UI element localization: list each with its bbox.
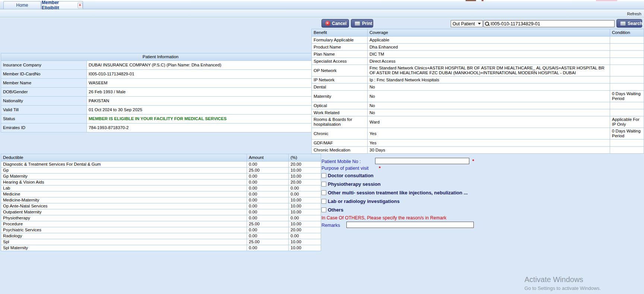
benefit-condition	[610, 65, 644, 76]
benefits-table: Benefit Coverage Condition Formulary App…	[311, 29, 644, 154]
purpose-option-row: Others	[321, 206, 468, 214]
deductible-service: Hearing & Vision Aids	[1, 179, 247, 185]
deductible-column-header: Deductible	[1, 154, 247, 162]
refresh-link[interactable]: Refresh	[627, 12, 641, 16]
deductible-row: Medicine 0.00 0.00	[1, 191, 321, 197]
visit-type-select[interactable]: Out Patient	[451, 20, 483, 27]
print-button[interactable]: Print	[351, 19, 373, 28]
benefit-row: Formulary Applicable Applicable	[312, 37, 644, 44]
benefit-row: OP Network Fmc Standard Network Clinics+…	[312, 65, 644, 76]
deductible-amount: 25.00	[247, 221, 289, 227]
patient-information-title: Patient Information	[1, 53, 320, 61]
member-eligibility-screen: Home Member Eligibilit x Refresh × Cance…	[0, 0, 644, 294]
benefit-coverage: No	[368, 109, 610, 116]
patient-mobile-label: Patient Mobile No :	[321, 159, 361, 164]
deductible-row: Psychiatric Services 0.00 20.00	[1, 227, 321, 233]
deductible-row: Diagnostic & Treatment Services For Dent…	[1, 162, 321, 168]
benefit-coverage: Direct Access	[368, 58, 610, 65]
benefit-condition	[610, 51, 644, 58]
watermark-subtitle: Go to Settings to activate Windows.	[524, 285, 601, 291]
purpose-option-label: Others	[328, 207, 343, 213]
benefit-name: OP Network	[312, 65, 368, 76]
benefit-coverage: No	[368, 91, 610, 102]
deductible-amount: 0.00	[247, 185, 289, 191]
deductible-percent: 10.00	[289, 221, 321, 227]
benefit-row: Plan Name DIC TM	[312, 51, 644, 58]
benefit-row: Chronic Yes 0 Days Waiting Period	[312, 128, 644, 140]
table-row: DOB/Gender 26 Feb 1993 / Male	[1, 88, 320, 97]
search-button-label: Search	[628, 21, 643, 26]
purpose-checkbox[interactable]	[321, 199, 326, 204]
benefit-condition	[610, 147, 644, 154]
tab-member-eligibility[interactable]: Member Eligibilit x	[41, 1, 83, 9]
search-button[interactable]: Search	[616, 19, 642, 28]
benefit-name: Formulary Applicable	[312, 37, 368, 44]
table-row: Status MEMBER IS ELIGIBLE IN YOUR FACILI…	[1, 115, 320, 123]
benefit-condition	[610, 44, 644, 51]
deductible-service: Spl Maternity	[1, 245, 247, 251]
deductible-service: Op Ante-Natal Services	[1, 203, 247, 209]
purpose-checkbox[interactable]	[321, 182, 326, 187]
deductible-service: Outpatient Maternity	[1, 209, 247, 215]
benefit-name: GDF/MAF	[312, 140, 368, 147]
purpose-checkbox[interactable]	[321, 207, 326, 212]
deductible-row: Spl Maternity 0.00 10.00	[1, 245, 321, 251]
benefit-coverage: DIC TM	[368, 51, 610, 58]
sub-toolbar	[0, 9, 644, 18]
condition-column-header: Condition	[610, 29, 644, 37]
benefit-coverage: No	[368, 102, 610, 109]
member-search-input[interactable]	[491, 21, 613, 26]
deductible-percent: 10.00	[289, 168, 321, 173]
search-button-icon	[620, 21, 626, 26]
purpose-option-row: Other multi- session treatment like inje…	[321, 188, 468, 197]
tab-home[interactable]: Home	[3, 1, 41, 9]
patient-mobile-input[interactable]	[375, 158, 469, 164]
benefit-row: IP Network Ip : Fmc Standard Network Hos…	[312, 76, 644, 84]
benefit-row: Optical No	[312, 102, 644, 109]
cancel-button-label: Cancel	[332, 21, 346, 26]
benefit-name: Work Related	[312, 109, 368, 116]
remarks-input[interactable]	[346, 222, 474, 228]
deductible-percent: 10.00	[289, 209, 321, 215]
purpose-required-marker: *	[379, 165, 381, 171]
benefit-name: Maternity	[312, 91, 368, 102]
cancel-x-icon: ×	[325, 21, 330, 26]
benefit-coverage: Applicable	[368, 37, 610, 44]
purpose-option-row: Doctor consultation	[321, 171, 468, 180]
coverage-column-header: Coverage	[368, 29, 610, 37]
windows-activation-watermark: Activate Windows Go to Settings to activ…	[524, 275, 601, 291]
deductible-service: Procedure	[1, 221, 247, 227]
deductible-service: Diagnostic & Treatment Services For Dent…	[1, 162, 247, 168]
cancel-button[interactable]: × Cancel	[321, 19, 349, 28]
deductible-amount: 0.00	[247, 173, 289, 179]
tab-close-icon[interactable]: x	[77, 3, 83, 8]
benefit-row: Product Name Dha Enhanced	[312, 44, 644, 51]
purpose-option-label: Doctor consultation	[328, 173, 374, 178]
deductible-percent: 0.00	[289, 233, 321, 239]
benefit-name: Specialist Access	[312, 58, 368, 65]
deductible-row: Procedure 25.00 10.00	[1, 221, 321, 227]
benefit-row: GDF/MAF Yes	[312, 140, 644, 147]
visit-type-value: Out Patient	[453, 21, 475, 26]
deductible-service: Gp	[1, 168, 247, 173]
search-icon	[485, 22, 489, 26]
deductible-percent: 10.00	[289, 245, 321, 251]
benefit-name: Chronic	[312, 128, 368, 140]
others-instruction-note: In Case Of OTHERS, Please specify the re…	[321, 215, 447, 220]
table-row: Nationality PAKISTAN	[1, 97, 320, 106]
benefit-condition	[610, 84, 644, 91]
purpose-checkbox[interactable]	[321, 173, 326, 178]
benefit-name: Chronic Medication	[312, 147, 368, 154]
deductible-row: Gp Maternity 0.00 10.00	[1, 173, 321, 179]
benefit-condition	[610, 109, 644, 116]
member-search-box	[483, 20, 615, 27]
benefit-row: Maternity No 0 Days Waiting Period	[312, 91, 644, 102]
purpose-checkbox[interactable]	[321, 190, 326, 195]
benefit-coverage: Ip : Fmc Standard Network Hospitals	[368, 76, 610, 84]
tab-home-label: Home	[16, 3, 28, 8]
deductible-table: Deductible Amount (%) Diagnostic & Treat…	[1, 154, 321, 251]
benefit-condition: 0 Days Waiting Period	[610, 128, 644, 140]
benefit-name: Optical	[312, 102, 368, 109]
deductible-amount: 25.00	[247, 239, 289, 245]
mobile-required-marker: *	[472, 158, 474, 164]
